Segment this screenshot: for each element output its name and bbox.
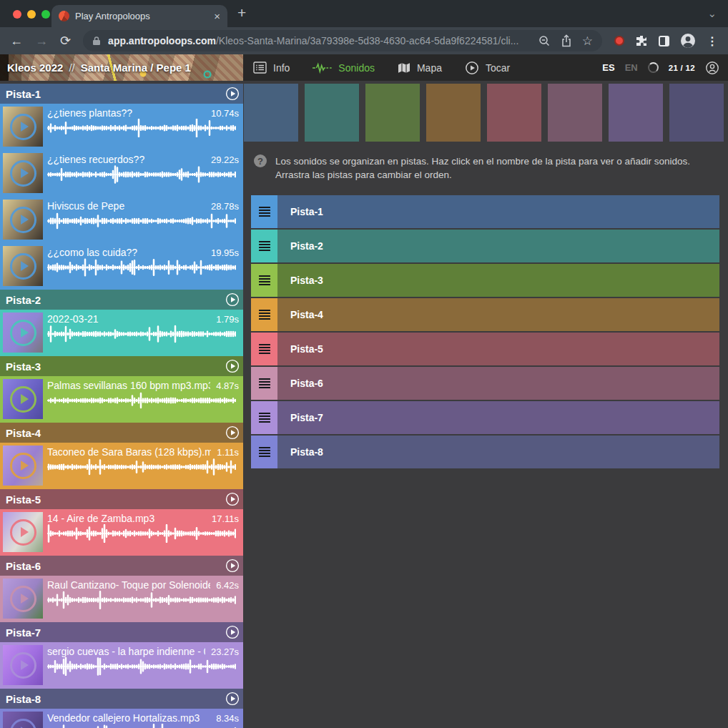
window-minimize-button[interactable]: [27, 10, 36, 19]
clip-thumbnail[interactable]: [3, 579, 43, 619]
clip-play-icon[interactable]: [10, 160, 36, 187]
sidebar-track-header[interactable]: Pista-2: [0, 290, 243, 310]
account-icon[interactable]: [705, 61, 719, 75]
sidebar-track-header[interactable]: Pista-7: [0, 622, 243, 642]
drag-handle[interactable]: [251, 264, 277, 297]
track-row-pista-1[interactable]: Pista-1: [251, 195, 719, 228]
clip-thumbnail[interactable]: [3, 512, 43, 552]
track-row-pista-4[interactable]: Pista-4: [251, 298, 719, 331]
swatch-pista-2[interactable]: [305, 84, 359, 142]
share-icon[interactable]: [561, 34, 572, 47]
track-row-pista-3[interactable]: Pista-3: [251, 264, 719, 297]
sidebar-track-header[interactable]: Pista-4: [0, 423, 243, 443]
track-play-button[interactable]: [225, 491, 240, 507]
clip-thumbnail[interactable]: [3, 712, 43, 728]
clip-thumbnail[interactable]: [3, 107, 43, 147]
drag-handle[interactable]: [251, 401, 277, 434]
track-play-button[interactable]: [225, 86, 240, 102]
track-row-pista-2[interactable]: Pista-2: [251, 230, 719, 262]
track-play-button[interactable]: [225, 358, 240, 374]
swatch-pista-4[interactable]: [426, 84, 481, 142]
sound-clip[interactable]: Vendedor callejero Hortalizas.mp38.34s: [0, 709, 243, 728]
clip-thumbnail[interactable]: [3, 200, 43, 240]
clip-thumbnail[interactable]: [3, 313, 43, 353]
track-play-button[interactable]: [225, 292, 240, 308]
clip-play-icon[interactable]: [10, 253, 36, 280]
clip-thumbnail[interactable]: [3, 153, 43, 193]
browser-menu-icon[interactable]: ⋮: [707, 34, 718, 48]
drag-handle[interactable]: [251, 367, 277, 400]
forward-button[interactable]: →: [35, 34, 48, 47]
sound-clip[interactable]: ¿¿como las cuida??19.95s: [0, 243, 243, 290]
track-row-pista-8[interactable]: Pista-8: [251, 436, 719, 468]
window-close-button[interactable]: [13, 10, 21, 19]
drag-handle[interactable]: [251, 195, 277, 228]
tab-sonidos[interactable]: Sonidos: [313, 62, 375, 74]
tab-tocar[interactable]: Tocar: [465, 61, 510, 75]
sidebar-track-header[interactable]: Pista-5: [0, 489, 243, 509]
address-bar[interactable]: app.antropoloops.com/Kleos-Santa-Marina/…: [83, 30, 602, 51]
track-play-button[interactable]: [225, 558, 240, 574]
sound-clip[interactable]: ¿¿tienes recuerdos??29.22s: [0, 150, 243, 197]
clip-thumbnail[interactable]: [3, 246, 43, 286]
drag-handle[interactable]: [251, 436, 277, 468]
tab-mapa[interactable]: Mapa: [398, 62, 442, 74]
sound-clip[interactable]: Palmas sevillanas 160 bpm mp3.mp34.87s: [0, 376, 243, 423]
sidebar-track-header[interactable]: Pista-1: [0, 84, 243, 104]
sidebar-track-header[interactable]: Pista-6: [0, 556, 243, 576]
drag-handle[interactable]: [251, 298, 277, 331]
clip-play-icon[interactable]: [10, 114, 36, 140]
reload-button[interactable]: ⟳: [60, 34, 71, 47]
swatch-pista-7[interactable]: [609, 84, 663, 142]
clip-play-icon[interactable]: [10, 207, 36, 233]
swatch-pista-8[interactable]: [669, 84, 724, 142]
clip-play-icon[interactable]: [10, 320, 36, 346]
lang-es-button[interactable]: ES: [602, 62, 614, 73]
clip-thumbnail[interactable]: [3, 379, 43, 419]
sidebar-track-header[interactable]: Pista-3: [0, 356, 243, 376]
tab-close-icon[interactable]: ×: [214, 11, 220, 21]
clip-play-icon[interactable]: [10, 519, 36, 546]
clip-thumbnail[interactable]: [3, 446, 43, 486]
clip-play-icon[interactable]: [10, 386, 36, 413]
sound-clip[interactable]: Taconeo de Sara Baras (128 kbps).mp31.11…: [0, 443, 243, 489]
sound-clip[interactable]: Raul Cantizano- Toque por Solenoide.mp36…: [0, 576, 243, 622]
track-play-button[interactable]: [225, 624, 240, 640]
clip-play-icon[interactable]: [10, 719, 36, 728]
bookmark-star-icon[interactable]: ☆: [582, 35, 593, 47]
clip-play-icon[interactable]: [10, 652, 36, 679]
swatch-pista-6[interactable]: [548, 84, 602, 142]
back-button[interactable]: ←: [10, 34, 23, 47]
lang-en-button[interactable]: EN: [625, 62, 638, 73]
track-play-button[interactable]: [225, 425, 240, 441]
track-row-pista-7[interactable]: Pista-7: [251, 401, 719, 434]
swatch-pista-5[interactable]: [487, 84, 541, 142]
side-panel-icon[interactable]: [659, 36, 669, 46]
clip-thumbnail[interactable]: [3, 645, 43, 685]
profile-avatar-icon[interactable]: [680, 33, 696, 49]
extensions-puzzle-icon[interactable]: [635, 34, 648, 47]
sidebar-track-header[interactable]: Pista-8: [0, 689, 243, 709]
project-title[interactable]: Kleos 2022: [7, 62, 63, 74]
track-row-pista-5[interactable]: Pista-5: [251, 333, 719, 365]
sound-clip[interactable]: ¿¿tienes plantas??10.74s: [0, 104, 243, 150]
new-tab-button[interactable]: +: [237, 4, 246, 21]
track-play-button[interactable]: [225, 691, 240, 707]
drag-handle[interactable]: [251, 333, 277, 365]
window-zoom-button[interactable]: [41, 10, 50, 19]
tab-info[interactable]: Info: [253, 62, 290, 74]
drag-handle[interactable]: [251, 230, 277, 262]
sound-clip[interactable]: 14 - Aire de Zamba.mp317.11s: [0, 509, 243, 556]
swatch-pista-3[interactable]: [365, 84, 420, 142]
browser-tab[interactable]: Play Antropoloops ×: [51, 5, 227, 27]
sound-clip[interactable]: sergio cuevas - la harpe indienne - 03 -…: [0, 642, 243, 689]
tab-search-chevron-icon[interactable]: ⌄: [707, 7, 717, 20]
clip-play-icon[interactable]: [10, 586, 36, 612]
swatch-pista-1[interactable]: [244, 84, 298, 142]
zoom-out-icon[interactable]: [538, 34, 551, 47]
record-extension-icon[interactable]: [614, 36, 624, 46]
track-row-pista-6[interactable]: Pista-6: [251, 367, 719, 400]
clip-play-icon[interactable]: [10, 453, 36, 479]
sound-clip[interactable]: Hiviscus de Pepe28.78s: [0, 197, 243, 243]
sound-clip[interactable]: 2022-03-211.79s: [0, 310, 243, 356]
